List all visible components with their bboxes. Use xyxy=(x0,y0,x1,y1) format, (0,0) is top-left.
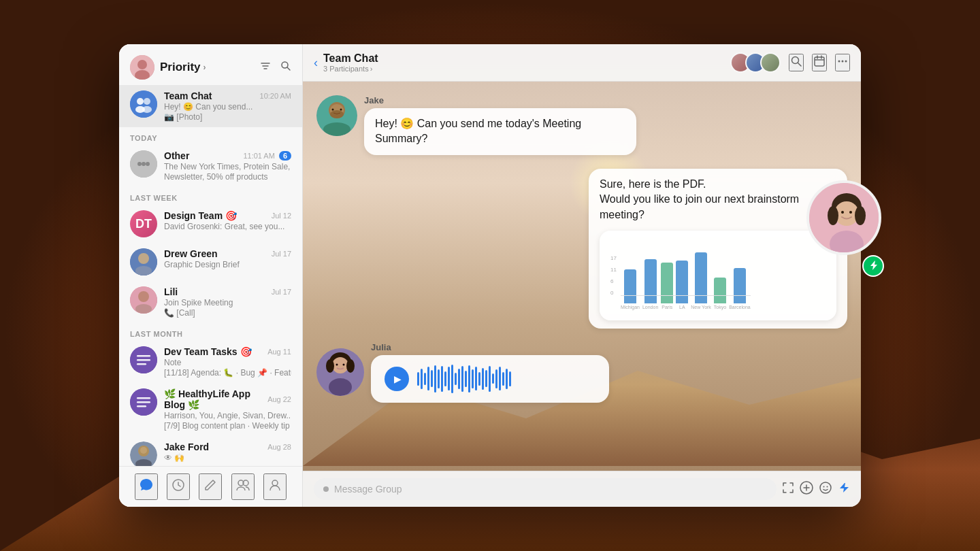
sidebar-item-drew-green[interactable]: Drew Green Jul 17 Graphic Design Brief xyxy=(119,243,302,281)
input-dot xyxy=(323,486,329,492)
sidebar-item-dev-team[interactable]: Dev Team Tasks 🎯 Aug 11 Note [11/18] Age… xyxy=(119,341,302,383)
svg-point-16 xyxy=(146,162,150,166)
svg-point-77 xyxy=(828,206,838,225)
search-button[interactable] xyxy=(280,61,291,74)
lili-avatar xyxy=(130,286,157,314)
dev-team-note: Note xyxy=(164,358,291,367)
drew-green-info: Drew Green Jul 17 Graphic Design Brief xyxy=(164,248,291,269)
other-name-row: Other 11:01 AM 6 xyxy=(164,150,291,161)
expand-button[interactable] xyxy=(782,482,794,497)
wave-13 xyxy=(458,369,460,389)
wave-15 xyxy=(465,371,467,387)
bar-la: LA xyxy=(676,261,688,310)
svg-point-78 xyxy=(855,206,866,225)
sidebar-item-design-team[interactable]: DT Design Team 🎯 Jul 12 David Grosenki: … xyxy=(119,205,302,243)
healthylife-preview: Harrison, You, Angie, Sivan, Drew... xyxy=(164,411,291,420)
wave-11 xyxy=(451,365,453,393)
section-last-month: LAST MONTH xyxy=(119,323,302,341)
wave-8 xyxy=(441,366,443,392)
participant-avatars xyxy=(730,52,781,73)
svg-point-21 xyxy=(138,291,149,302)
healthylife-info: 🌿 HealthyLife App Blog 🌿 Aug 22 Harrison… xyxy=(164,388,291,431)
profile-tab-button[interactable] xyxy=(263,473,287,500)
drew-green-time: Jul 17 xyxy=(272,250,291,258)
message-input-wrapper[interactable]: Message Group xyxy=(314,478,777,500)
chat-tab-button[interactable] xyxy=(135,473,158,500)
wave-25 xyxy=(499,367,501,390)
svg-point-15 xyxy=(142,162,146,166)
other-info: Other 11:01 AM 6 The New York Times, Pro… xyxy=(164,150,291,182)
lightning-button[interactable] xyxy=(838,482,850,497)
team-chat-info: Team Chat 10:20 AM Hey! 😊 Can you send..… xyxy=(164,90,291,122)
svg-point-1 xyxy=(137,60,147,69)
svg-rect-30 xyxy=(137,405,146,407)
dev-team-info: Dev Team Tasks 🎯 Aug 11 Note [11/18] Age… xyxy=(164,346,291,378)
back-button[interactable]: ‹ xyxy=(314,56,318,70)
design-team-name: Design Team 🎯 xyxy=(164,210,237,221)
header-more-button[interactable] xyxy=(835,54,850,71)
spike-badge xyxy=(862,255,884,277)
sidebar-bottom-nav xyxy=(119,466,302,507)
filter-button[interactable] xyxy=(260,61,271,74)
design-team-time: Jul 12 xyxy=(272,212,291,220)
healthylife-name: 🌿 HealthyLife App Blog 🌿 xyxy=(164,388,267,410)
emoji-button[interactable] xyxy=(819,481,832,498)
sidebar-item-jake-ford[interactable]: Jake Ford Aug 28 👁 🙌 xyxy=(119,436,302,466)
reply-bubble: Sure, here is the PDF.Would you like to … xyxy=(589,169,847,329)
compose-tab-button[interactable] xyxy=(199,473,222,500)
wave-2 xyxy=(421,369,423,389)
wave-27 xyxy=(506,369,508,389)
message-reply: Sure, here is the PDF.Would you like to … xyxy=(316,169,847,329)
jake-ford-name: Jake Ford xyxy=(164,441,209,452)
svg-point-71 xyxy=(827,486,828,487)
svg-rect-28 xyxy=(137,397,150,399)
bar-new-york: New York xyxy=(691,252,711,310)
play-button[interactable]: ▶ xyxy=(385,367,409,391)
other-subpreview: Newsletter, 50% off products xyxy=(164,172,291,182)
julia-voice-message: Julia ▶ xyxy=(371,342,609,403)
svg-point-9 xyxy=(137,98,144,105)
jake-ford-info: Jake Ford Aug 28 👁 🙌 xyxy=(164,441,291,463)
history-tab-button[interactable] xyxy=(167,473,190,500)
design-team-avatar: DT xyxy=(130,210,157,237)
svg-point-50 xyxy=(845,61,847,63)
team-chat-avatar xyxy=(130,90,157,118)
svg-rect-22 xyxy=(135,304,152,314)
header-calendar-button[interactable] xyxy=(812,54,827,71)
wave-26 xyxy=(502,372,504,386)
lili-subpreview: 📞 [Call] xyxy=(164,308,291,318)
sidebar-item-other[interactable]: Other 11:01 AM 6 The New York Times, Pro… xyxy=(119,145,302,187)
sidebar-header-icons xyxy=(260,61,291,74)
svg-rect-25 xyxy=(137,359,150,361)
chat-header-title-group: Team Chat 3 Participants › xyxy=(323,52,378,73)
lili-name-row: Lili Jul 17 xyxy=(164,286,291,297)
sidebar-list: Team Chat 10:20 AM Hey! 😊 Can you send..… xyxy=(119,85,302,466)
add-button[interactable] xyxy=(800,481,813,498)
wave-7 xyxy=(438,369,440,388)
svg-point-34 xyxy=(140,447,147,454)
chat-header: ‹ Team Chat 3 Participants › xyxy=(303,44,861,82)
chat-main: ‹ Team Chat 3 Participants › xyxy=(303,44,861,507)
reply-text: Sure, here is the PDF.Would you like to … xyxy=(600,177,836,222)
chart-y-0: 0 xyxy=(610,290,617,296)
sidebar-item-lili[interactable]: Lili Jul 17 Join Spike Meeting 📞 [Call] xyxy=(119,281,302,323)
sidebar-item-healthylife[interactable]: 🌿 HealthyLife App Blog 🌿 Aug 22 Harrison… xyxy=(119,383,302,436)
sidebar-title[interactable]: Priority › xyxy=(160,61,206,74)
section-last-week: LAST WEEK xyxy=(119,187,302,205)
message-placeholder: Message Group xyxy=(334,484,767,495)
svg-point-70 xyxy=(823,486,825,487)
sidebar-header: Priority › xyxy=(119,44,302,85)
bar-tokyo: Tokyo xyxy=(714,278,726,310)
wave-22 xyxy=(489,366,491,392)
wave-1 xyxy=(417,372,419,386)
svg-rect-55 xyxy=(323,122,350,136)
groups-tab-button[interactable] xyxy=(231,473,255,500)
svg-point-75 xyxy=(841,211,844,214)
bar-paris: Paris xyxy=(661,263,673,310)
svg-point-63 xyxy=(326,359,334,373)
svg-point-49 xyxy=(842,61,844,63)
svg-point-56 xyxy=(332,109,334,111)
sidebar-title-area[interactable]: Priority › xyxy=(130,55,206,80)
sidebar-item-team-chat[interactable]: Team Chat 10:20 AM Hey! 😊 Can you send..… xyxy=(119,85,302,127)
header-search-button[interactable] xyxy=(789,54,804,71)
